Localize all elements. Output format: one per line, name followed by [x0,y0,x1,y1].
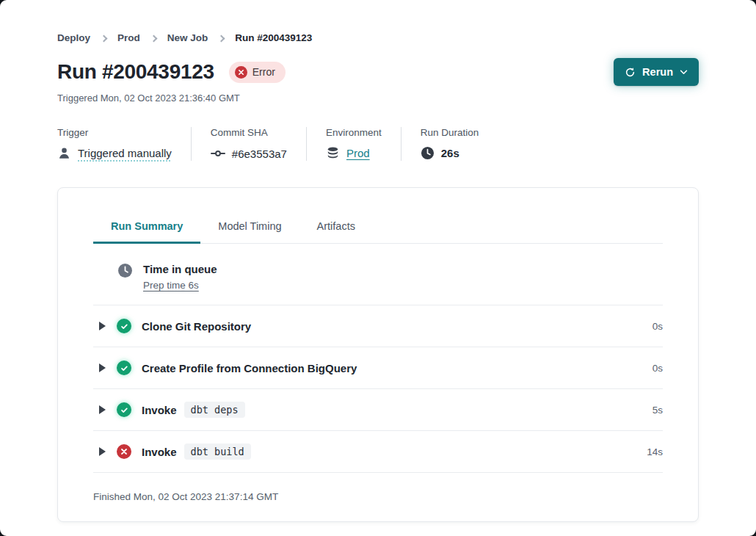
prep-time-link[interactable]: Prep time 6s [143,280,199,291]
step-row-create-profile[interactable]: Create Profile from Connection BigQuery … [93,347,663,388]
commit-icon [211,146,225,161]
tab-artifacts[interactable]: Artifacts [299,212,373,244]
caret-right-icon[interactable] [99,322,106,330]
rerun-button[interactable]: Rerun [614,58,699,86]
step-duration: 0s [653,363,663,374]
meta-run-duration: Run Duration 26s [401,127,498,161]
person-icon [57,146,71,160]
clock-icon [117,263,133,278]
run-duration-value: 26s [441,147,459,159]
run-detail-page: Deploy Prod New Job Run #200439123 Run #… [0,0,756,536]
chevron-right-icon [150,35,157,42]
page-title: Run #200439123 [57,60,214,84]
breadcrumb-new-job[interactable]: New Job [167,32,208,43]
status-badge-label: Error [252,66,275,78]
meta-trigger-label: Trigger [57,127,172,138]
step-duration: 0s [653,321,663,332]
run-summary-card: Run Summary Model Timing Artifacts Time … [57,187,699,522]
success-check-icon [117,402,131,417]
error-circle-icon [117,444,131,459]
time-in-queue-row: Time in queue Prep time 6s [93,244,663,305]
step-title: Create Profile from Connection BigQuery [142,362,357,374]
environment-link[interactable]: Prod [346,147,370,159]
breadcrumb-prod[interactable]: Prod [117,32,140,43]
tab-bar: Run Summary Model Timing Artifacts [93,188,663,244]
step-command: dbt build [184,443,251,460]
header-row: Run #200439123 Error Rerun [0,43,756,86]
meta-environment-label: Environment [326,127,382,138]
step-title: Invoke [142,446,177,458]
step-duration: 5s [653,405,663,416]
meta-environment: Environment Prod [306,127,401,161]
status-badge: Error [229,62,286,83]
breadcrumb: Deploy Prod New Job Run #200439123 [0,0,756,43]
trigger-value[interactable]: Triggered manually [78,147,172,159]
chevron-right-icon [218,35,225,42]
chevron-down-icon [680,70,688,75]
tab-run-summary[interactable]: Run Summary [93,212,200,244]
step-row-dbt-deps[interactable]: Invoke dbt deps 5s [93,389,663,430]
step-duration: 14s [647,446,663,457]
success-check-icon [117,319,131,333]
meta-commit-sha: Commit SHA #6e3553a7 [191,127,306,161]
error-circle-icon [235,66,247,79]
breadcrumb-current-run: Run #200439123 [235,32,312,43]
step-row-dbt-build[interactable]: Invoke dbt build 14s [93,431,663,472]
breadcrumb-deploy[interactable]: Deploy [57,32,90,43]
finished-timestamp: Finished Mon, 02 Oct 2023 21:37:14 GMT [93,473,663,502]
refresh-icon [625,67,636,78]
caret-right-icon[interactable] [99,405,106,414]
step-command: dbt deps [184,402,245,418]
step-title: Invoke [142,404,177,416]
caret-right-icon[interactable] [99,447,106,456]
commit-sha-value: #6e3553a7 [232,148,287,160]
meta-trigger: Trigger Triggered manually [57,127,191,161]
step-title: Clone Git Repository [142,320,251,333]
chevron-right-icon [101,35,108,42]
tab-model-timing[interactable]: Model Timing [200,212,299,244]
meta-duration-label: Run Duration [421,127,479,138]
triggered-timestamp: Triggered Mon, 02 Oct 2023 21:36:40 GMT [0,86,756,104]
caret-right-icon[interactable] [99,363,106,372]
success-check-icon [117,361,131,375]
clock-icon [421,146,435,160]
database-icon [326,146,340,160]
meta-commit-label: Commit SHA [211,127,287,138]
queue-title: Time in queue [143,263,217,275]
run-metadata: Trigger Triggered manually Commit SHA [0,104,756,161]
rerun-button-label: Rerun [642,66,673,78]
step-row-clone-git[interactable]: Clone Git Repository 0s [93,305,663,347]
